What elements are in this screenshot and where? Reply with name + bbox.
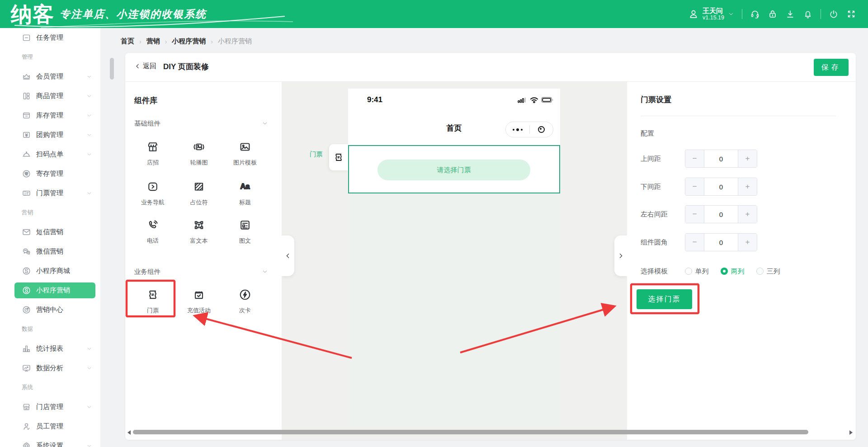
scroll-right-arrow[interactable] bbox=[849, 430, 853, 435]
sidebar-item-sms-marketing[interactable]: 短信营销 bbox=[0, 222, 100, 242]
component-title-text[interactable]: 标题 bbox=[222, 180, 268, 207]
component-rich-text[interactable]: 富文本 bbox=[176, 218, 222, 245]
fullscreen-button[interactable] bbox=[846, 9, 856, 19]
save-button[interactable]: 保存 bbox=[814, 59, 849, 76]
breadcrumb-separator: › bbox=[211, 38, 213, 45]
avatar-icon bbox=[688, 9, 699, 19]
gear-icon bbox=[22, 441, 31, 447]
breadcrumb-marketing[interactable]: 营销 bbox=[146, 37, 160, 46]
download-button[interactable] bbox=[785, 9, 795, 19]
user-menu[interactable]: 王天问 v1.15.19 bbox=[688, 7, 734, 21]
crown-icon bbox=[22, 72, 31, 81]
bottom-margin-value[interactable]: 0 bbox=[704, 178, 738, 195]
sidebar-item-staff-mgmt[interactable]: 员工管理 bbox=[0, 417, 100, 436]
top-margin-value[interactable]: 0 bbox=[704, 150, 738, 167]
horizontal-scrollbar-thumb[interactable] bbox=[133, 430, 808, 434]
sidebar-item-system-settings[interactable]: 系统设置 bbox=[0, 436, 100, 447]
corner-radius-value[interactable]: 0 bbox=[704, 234, 738, 251]
component-image-text[interactable]: 图文 bbox=[222, 218, 268, 245]
chevron-down-icon bbox=[86, 74, 92, 80]
sidebar-item-task-mgmt[interactable]: 任务管理 bbox=[0, 28, 100, 47]
side-margin-value[interactable]: 0 bbox=[704, 206, 738, 223]
select-ticket-button[interactable]: 选择门票 bbox=[637, 289, 692, 309]
image-text-icon bbox=[238, 218, 252, 232]
stepper-row-top-margin: 上间距 − 0 + bbox=[641, 150, 757, 168]
miniapp-capsule[interactable] bbox=[505, 122, 553, 137]
sidebar-item-miniapp-marketing[interactable]: 小程序营销 bbox=[14, 282, 95, 298]
component-recharge-activity[interactable]: 充值活动 bbox=[176, 288, 222, 315]
radio-two-columns[interactable]: 两列 bbox=[721, 267, 744, 276]
chevron-down-icon bbox=[262, 268, 268, 275]
chevron-down-icon bbox=[728, 11, 734, 17]
breadcrumb-miniapp-marketing[interactable]: 小程序营销 bbox=[172, 37, 206, 46]
component-ticket[interactable]: 门票 bbox=[130, 288, 176, 315]
sidebar-item-member-mgmt[interactable]: 会员管理 bbox=[0, 67, 100, 86]
sidebar-item-scan-order[interactable]: 扫码点单 bbox=[0, 145, 100, 164]
component-float-tab[interactable] bbox=[329, 144, 348, 170]
sidebar-item-groupbuy-mgmt[interactable]: 团购管理 bbox=[0, 125, 100, 145]
bar-chart-icon bbox=[22, 344, 31, 353]
sidebar-item-deposit-mgmt[interactable]: 寄存管理 bbox=[0, 164, 100, 184]
sidebar-item-stock-mgmt[interactable]: 库存管理 bbox=[0, 106, 100, 125]
select-ticket-placeholder[interactable]: 请选择门票 bbox=[377, 160, 530, 180]
divider bbox=[641, 116, 836, 116]
radio-circle-icon bbox=[685, 268, 692, 275]
lock-screen-button[interactable] bbox=[768, 9, 778, 19]
groupbuy-icon bbox=[22, 130, 31, 140]
sidebar-item-goods-mgmt[interactable]: 商品管理 bbox=[0, 86, 100, 106]
collapse-right-panel-handle[interactable] bbox=[614, 235, 627, 276]
decrement-button[interactable]: − bbox=[685, 206, 704, 223]
phone-status-time: 9:41 bbox=[367, 95, 382, 104]
increment-button[interactable]: + bbox=[738, 150, 757, 167]
image-icon bbox=[238, 140, 252, 154]
sidebar-item-store-mgmt[interactable]: 门店管理 bbox=[0, 397, 100, 417]
component-shop-sign[interactable]: 店招 bbox=[130, 140, 176, 167]
section-basic-components[interactable]: 基础组件 bbox=[134, 119, 268, 128]
sidebar-item-marketing-center[interactable]: 营销中心 bbox=[0, 300, 100, 320]
sidebar-item-wechat-marketing[interactable]: 微信营销 bbox=[0, 242, 100, 261]
radio-single-column[interactable]: 单列 bbox=[685, 267, 708, 276]
component-library-title: 组件库 bbox=[134, 95, 157, 106]
support-headset-button[interactable] bbox=[750, 9, 760, 19]
component-business-nav[interactable]: 业务导航 bbox=[130, 180, 176, 207]
collapse-left-panel-handle[interactable] bbox=[282, 235, 294, 276]
notifications-button[interactable] bbox=[803, 9, 813, 19]
sidebar-item-statistics[interactable]: 统计报表 bbox=[0, 339, 100, 358]
chevron-down-icon bbox=[86, 443, 92, 447]
lightning-circle-icon bbox=[238, 288, 252, 301]
decrement-button[interactable]: − bbox=[685, 178, 704, 195]
component-carousel[interactable]: 轮播图 bbox=[176, 140, 222, 167]
increment-button[interactable]: + bbox=[738, 234, 757, 251]
component-times-card[interactable]: 次卡 bbox=[222, 288, 268, 315]
wifi-icon bbox=[530, 97, 538, 103]
component-image-template[interactable]: 图片模板 bbox=[222, 140, 268, 167]
back-button[interactable]: 返回 bbox=[134, 62, 156, 71]
analytics-icon bbox=[22, 363, 31, 373]
chevron-down-icon bbox=[262, 120, 268, 127]
decrement-button[interactable]: − bbox=[685, 150, 704, 167]
decrement-button[interactable]: − bbox=[685, 234, 704, 251]
section-business-components[interactable]: 业务组件 bbox=[134, 267, 268, 276]
divider bbox=[821, 9, 821, 19]
phone-preview: 9:41 首页 请选择门票 bbox=[348, 89, 560, 427]
radio-three-columns[interactable]: 三列 bbox=[756, 267, 780, 276]
sidebar-item-ticket-mgmt[interactable]: 门票管理 bbox=[0, 184, 100, 203]
ticket-component-selected[interactable]: 请选择门票 bbox=[348, 145, 560, 193]
chevron-down-icon bbox=[86, 151, 92, 157]
design-canvas: 9:41 首页 请选择门票 门票 bbox=[282, 82, 627, 440]
sidebar-item-data-analysis[interactable]: 数据分析 bbox=[0, 358, 100, 378]
component-placeholder[interactable]: 占位符 bbox=[176, 180, 222, 207]
logout-power-button[interactable] bbox=[829, 9, 839, 19]
page-toolbar: 返回 DIY 页面装修 保存 bbox=[125, 53, 856, 82]
increment-button[interactable]: + bbox=[738, 206, 757, 223]
main-content-card: 返回 DIY 页面装修 保存 组件库 基础组件 店招 轮播图 图片模板 业务导航… bbox=[125, 53, 856, 440]
mail-icon bbox=[22, 227, 31, 237]
scroll-left-arrow[interactable] bbox=[127, 430, 131, 435]
vertical-scrollbar-thumb[interactable] bbox=[110, 58, 114, 80]
breadcrumb-home[interactable]: 首页 bbox=[121, 37, 134, 46]
increment-button[interactable]: + bbox=[738, 178, 757, 195]
sidebar-section-data: 数据 bbox=[0, 320, 100, 339]
component-phone-call[interactable]: 电话 bbox=[130, 218, 176, 245]
bell-icon bbox=[803, 9, 813, 19]
sidebar-item-miniapp-mall[interactable]: 小程序商城 bbox=[0, 261, 100, 281]
